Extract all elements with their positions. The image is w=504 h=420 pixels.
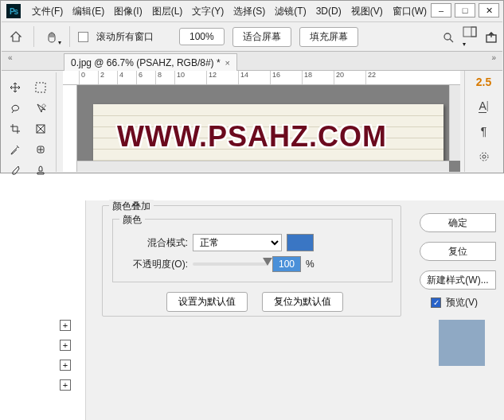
menu-item-layer[interactable]: 图层(L)	[147, 3, 188, 20]
svg-point-0	[444, 33, 451, 40]
share-icon[interactable]	[485, 31, 498, 44]
fit-screen-button[interactable]: 适合屏幕	[232, 27, 291, 47]
hand-tool-icon[interactable]: ▾	[42, 27, 61, 46]
group-title: 颜色叠加	[109, 200, 154, 213]
opacity-slider[interactable]	[193, 262, 268, 266]
add-effect-button[interactable]: +	[60, 379, 71, 391]
crop-tool[interactable]	[3, 119, 27, 138]
ruler-tick: 4	[117, 71, 136, 84]
scrollbar-vertical[interactable]	[449, 85, 460, 161]
menu-bar: Ps 文件(F) 编辑(E) 图像(I) 图层(L) 文字(Y) 选择(S) 滤…	[2, 2, 502, 21]
menu-item-image[interactable]: 图像(I)	[109, 3, 147, 20]
ok-button[interactable]: 确定	[420, 213, 496, 232]
svg-point-14	[483, 155, 486, 158]
ruler-tick: 14	[238, 71, 270, 84]
healing-tool[interactable]	[29, 140, 53, 159]
stamp-tool[interactable]	[29, 161, 53, 180]
reset-default-button[interactable]: 复位为默认值	[262, 292, 343, 312]
window-minimize[interactable]: –	[431, 3, 451, 18]
expand-panels-left-icon[interactable]: «	[8, 55, 13, 61]
window-maximize[interactable]: □	[455, 3, 475, 18]
chevron-down-icon: ▾	[58, 39, 61, 46]
canvas-text-content: WWW.PSAHZ.COM	[117, 120, 387, 154]
ruler-horizontal[interactable]: 0 2 4 6 8 10 12 14 16 18 20 22	[63, 71, 460, 85]
close-tab-icon[interactable]: ×	[225, 58, 230, 68]
menu-item-file[interactable]: 文件(F)	[27, 3, 68, 20]
document-tab-title: 0.jpg @ 66.7% (PSAHZ, RGB/8#) *	[71, 57, 221, 68]
menu-item-window[interactable]: 窗口(W)	[388, 3, 432, 20]
menu-item-filter[interactable]: 滤镜(T)	[270, 3, 311, 20]
svg-rect-5	[36, 83, 45, 92]
opacity-label: 不透明度(O):	[118, 258, 188, 271]
style-list-column: + + + +	[0, 200, 86, 420]
ruler-tick: 18	[302, 71, 334, 84]
char-size-value[interactable]: 2.5	[476, 76, 491, 88]
slider-thumb-icon[interactable]	[263, 258, 272, 266]
scrollbar-horizontal[interactable]	[77, 161, 449, 172]
preview-label: 预览(V)	[446, 296, 478, 309]
svg-point-13	[480, 153, 488, 161]
new-style-button[interactable]: 新建样式(W)...	[420, 270, 496, 290]
ruler-tick: 16	[270, 71, 302, 84]
quick-select-tool[interactable]	[29, 99, 53, 118]
options-bar: ▾ 滚动所有窗口 100% 适合屏幕 填充屏幕 ▾	[2, 21, 502, 52]
add-effect-button[interactable]: +	[60, 340, 71, 351]
search-icon[interactable]	[442, 31, 455, 44]
menu-item-select[interactable]: 选择(S)	[229, 3, 270, 20]
preview-swatch	[439, 320, 485, 366]
ruler-tick: 2	[98, 71, 117, 84]
preview-checkbox[interactable]: ✓	[431, 298, 441, 308]
ruler-tick: 6	[136, 71, 155, 84]
menu-item-edit[interactable]: 编辑(E)	[68, 3, 109, 20]
right-panel: 2.5 A| ¶	[464, 71, 502, 172]
subgroup-title: 颜色	[119, 213, 145, 227]
ruler-tick: 20	[334, 71, 365, 84]
fill-screen-button[interactable]: 填充屏幕	[299, 27, 358, 47]
expand-panels-right-icon[interactable]: »	[491, 55, 496, 61]
ruler-tick: 0	[79, 71, 98, 84]
marquee-tool[interactable]	[29, 78, 53, 97]
home-icon[interactable]	[6, 27, 25, 46]
move-tool[interactable]	[3, 78, 27, 97]
svg-line-1	[450, 39, 453, 42]
color-swatch[interactable]	[287, 234, 314, 251]
dialog-actions: 确定 复位 新建样式(W)... ✓ 预览(V)	[415, 200, 504, 420]
separator	[69, 26, 70, 47]
document-canvas[interactable]: WWW.PSAHZ.COM	[93, 104, 443, 168]
set-default-button[interactable]: 设置为默认值	[166, 292, 248, 312]
frame-tool[interactable]	[29, 119, 53, 138]
menu-item-view[interactable]: 视图(V)	[346, 3, 388, 20]
eyedropper-tool[interactable]	[3, 140, 27, 159]
ruler-tick: 22	[365, 71, 397, 84]
zoom-button[interactable]: 100%	[179, 28, 225, 45]
brush-tool[interactable]	[3, 161, 27, 180]
document-tab[interactable]: 0.jpg @ 66.7% (PSAHZ, RGB/8#) * ×	[64, 53, 237, 71]
ruler-vertical[interactable]	[63, 85, 77, 172]
app-logo: Ps	[6, 4, 21, 18]
menu-item-type[interactable]: 文字(Y)	[187, 3, 229, 20]
ruler-tick: 8	[155, 71, 174, 84]
reset-button[interactable]: 复位	[420, 242, 496, 261]
workspace-icon[interactable]: ▾	[463, 26, 477, 49]
separator	[33, 26, 34, 47]
menu-item-3d[interactable]: 3D(D)	[311, 4, 346, 18]
ruler-tick: 10	[174, 71, 206, 84]
scroll-all-checkbox[interactable]	[78, 32, 88, 42]
glyphs-icon[interactable]	[473, 149, 495, 165]
text-align-icon[interactable]: A|	[473, 98, 495, 114]
canvas-background[interactable]: WWW.PSAHZ.COM	[77, 85, 460, 172]
svg-rect-3	[471, 27, 476, 37]
window-close[interactable]: ✕	[479, 3, 499, 18]
document-tab-bar: « 0.jpg @ 66.7% (PSAHZ, RGB/8#) * × »	[2, 52, 502, 71]
blend-mode-select[interactable]: 正常	[193, 234, 282, 251]
percent-label: %	[306, 259, 315, 270]
add-effect-button[interactable]: +	[60, 360, 71, 371]
add-effect-button[interactable]: +	[60, 320, 71, 331]
color-subgroup: 颜色 混合模式: 正常 不透明度(O): %	[112, 219, 393, 282]
lasso-tool[interactable]	[3, 99, 27, 118]
options-panel: 颜色叠加 颜色 混合模式: 正常 不透明度(O): %	[96, 200, 409, 420]
paragraph-icon[interactable]: ¶	[473, 123, 495, 139]
toolbox	[2, 72, 57, 172]
blend-mode-label: 混合模式:	[129, 236, 188, 250]
opacity-input[interactable]	[272, 256, 301, 272]
